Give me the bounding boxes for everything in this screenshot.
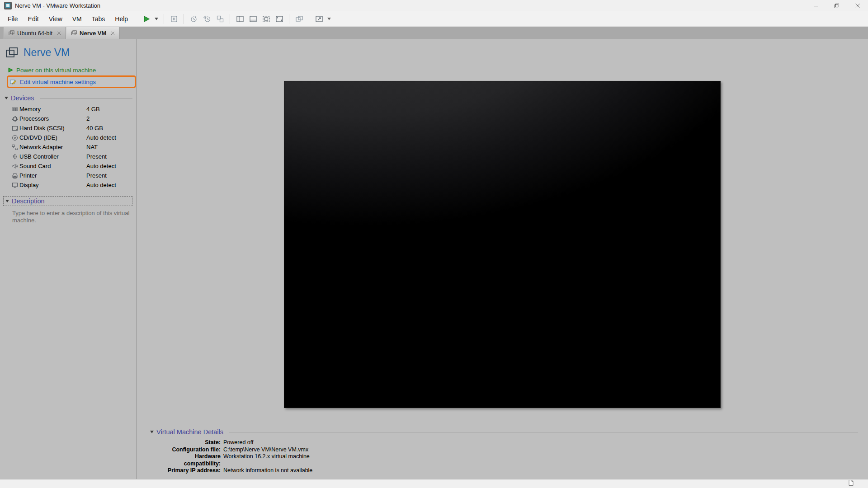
message-log-icon[interactable] (848, 479, 854, 488)
restore-button[interactable] (826, 0, 847, 11)
toolbar-separator (164, 14, 164, 24)
menu-tabs[interactable]: Tabs (87, 11, 110, 26)
tab-close-icon[interactable] (111, 31, 115, 35)
vm-tab-icon (71, 30, 77, 36)
cd-dvd-icon (12, 135, 18, 141)
menu-edit[interactable]: Edit (23, 11, 44, 26)
device-row-usb-controller[interactable]: USB Controller Present (0, 152, 136, 161)
device-row-printer[interactable]: Printer Present (0, 171, 136, 180)
collapse-triangle-icon[interactable] (150, 431, 154, 433)
device-row-display[interactable]: Display Auto detect (0, 180, 136, 190)
tab-close-icon[interactable] (57, 31, 61, 35)
toolbar (140, 13, 333, 25)
show-library-icon[interactable] (234, 13, 246, 25)
network-adapter-icon (12, 144, 18, 150)
detail-value: C:\temp\Nerve VM\Nerve VM.vmx (223, 446, 862, 454)
menu-file[interactable]: File (3, 11, 23, 26)
processor-icon (12, 116, 18, 122)
show-thumbnail-bar-icon[interactable] (247, 13, 259, 25)
edit-settings-link[interactable]: Edit virtual machine settings (8, 77, 135, 87)
header-rule (40, 98, 132, 99)
device-row-sound-card[interactable]: Sound Card Auto detect (0, 161, 136, 171)
device-name: Sound Card (19, 163, 86, 169)
minimize-button[interactable] (806, 0, 826, 11)
menu-vm[interactable]: VM (67, 11, 87, 26)
device-value: 2 (86, 115, 136, 122)
status-bar (0, 479, 868, 488)
vm-summary-sidebar: Nerve VM Power on this virtual machine E… (0, 39, 137, 479)
device-name: Network Adapter (19, 144, 86, 150)
tab-label: Ubuntu 64-bit (17, 30, 52, 37)
printer-icon (12, 173, 18, 179)
devices-section: Devices Memory 4 GB Processors 2 (0, 94, 136, 190)
hard-disk-icon (12, 125, 18, 131)
device-row-processors[interactable]: Processors 2 (0, 114, 136, 123)
collapse-triangle-icon[interactable] (5, 200, 9, 202)
snapshot-manager-icon[interactable] (214, 13, 226, 25)
detail-label: Configuration file: (157, 446, 221, 454)
vmware-app-icon (4, 2, 12, 9)
vm-commands: Power on this virtual machine Edit virtu… (0, 65, 136, 88)
device-row-network-adapter[interactable]: Network Adapter NAT (0, 142, 136, 152)
memory-icon (12, 106, 18, 113)
description-placeholder[interactable]: Type here to enter a description of this… (12, 210, 138, 224)
enter-full-screen-icon[interactable] (273, 13, 285, 25)
detail-value: Workstation 16.2.x virtual machine (223, 453, 862, 467)
device-value: Present (86, 172, 136, 179)
collapse-triangle-icon[interactable] (5, 97, 8, 99)
header-rule (229, 432, 858, 432)
power-on-label: Power on this virtual machine (16, 67, 96, 74)
device-name: USB Controller (19, 153, 86, 160)
device-name: Memory (19, 106, 86, 113)
device-row-memory[interactable]: Memory 4 GB (0, 104, 136, 114)
edit-settings-icon (10, 79, 17, 85)
device-name: Processors (19, 115, 86, 122)
device-row-cd-dvd[interactable]: CD/DVD (IDE) Auto detect (0, 133, 136, 142)
free-stretch-caret-icon[interactable] (326, 13, 333, 25)
highlight-annotation-box: Edit virtual machine settings (7, 75, 136, 88)
tab-ubuntu-64-bit[interactable]: Ubuntu 64-bit (4, 27, 66, 39)
details-header[interactable]: Virtual Machine Details (146, 427, 858, 436)
revert-snapshot-icon[interactable] (201, 13, 213, 25)
unity-mode-icon[interactable] (293, 13, 305, 25)
console-view-icon[interactable] (260, 13, 272, 25)
menu-view[interactable]: View (44, 11, 67, 26)
window-controls (806, 0, 868, 11)
device-value: Auto detect (86, 134, 136, 141)
power-on-link[interactable]: Power on this virtual machine (0, 65, 136, 75)
close-button[interactable] (847, 0, 868, 11)
detail-label: State: (157, 439, 221, 446)
power-on-toolbar-icon[interactable] (140, 13, 152, 25)
device-value: Auto detect (86, 182, 136, 188)
description-section: Description Type here to enter a descrip… (0, 196, 136, 224)
display-icon (12, 182, 18, 188)
toolbar-separator (309, 14, 309, 24)
vm-tab-icon (9, 30, 14, 36)
device-value: 4 GB (86, 106, 136, 113)
window-title: Nerve VM - VMware Workstation (15, 2, 100, 9)
vm-screen-preview[interactable] (284, 81, 721, 408)
device-name: Hard Disk (SCSI) (19, 125, 86, 131)
devices-header[interactable]: Devices (0, 94, 132, 103)
menu-help[interactable]: Help (110, 11, 133, 26)
devices-title: Devices (11, 94, 34, 102)
tab-label: Nerve VM (80, 30, 106, 37)
vm-title: Nerve VM (24, 47, 70, 59)
toolbar-separator (289, 14, 289, 24)
tab-nerve-vm[interactable]: Nerve VM (66, 27, 120, 39)
take-snapshot-icon[interactable] (188, 13, 200, 25)
power-options-caret-icon[interactable] (153, 13, 160, 25)
edit-settings-label: Edit virtual machine settings (20, 79, 96, 85)
usb-icon (12, 154, 18, 160)
vm-header: Nerve VM (0, 39, 136, 60)
detail-label: Hardware compatibility: (157, 453, 221, 467)
play-icon (8, 67, 13, 73)
device-value: Present (86, 153, 136, 160)
suspend-icon[interactable] (168, 13, 180, 25)
device-value: 40 GB (86, 125, 136, 131)
device-name: Display (19, 182, 86, 188)
description-header[interactable]: Description (3, 196, 132, 206)
device-row-hard-disk[interactable]: Hard Disk (SCSI) 40 GB (0, 123, 136, 133)
free-stretch-icon[interactable] (313, 13, 325, 25)
description-title: Description (12, 197, 45, 205)
